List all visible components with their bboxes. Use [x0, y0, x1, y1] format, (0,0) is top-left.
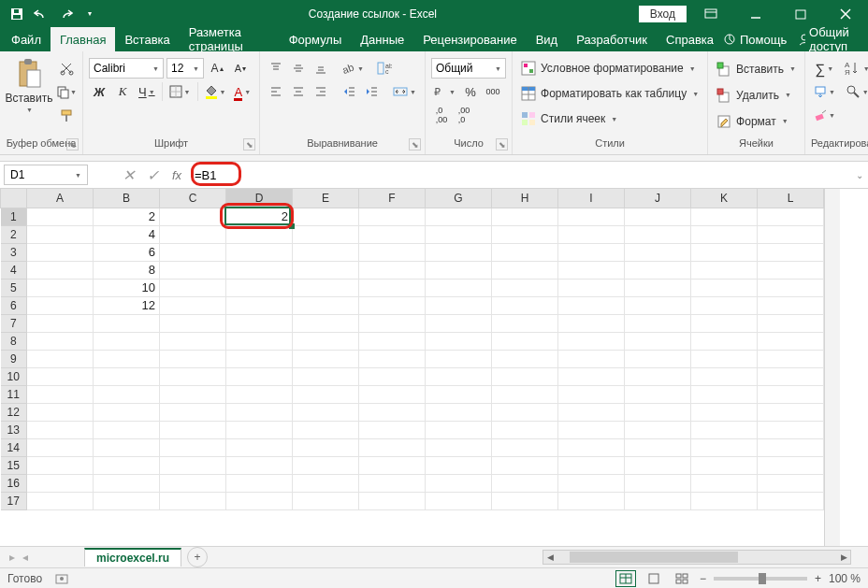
font-size-combo[interactable]: 12▼ — [166, 58, 204, 79]
bold-icon[interactable]: Ж — [89, 81, 109, 102]
select-all-corner[interactable] — [1, 189, 27, 208]
cell[interactable] — [625, 208, 691, 225]
increase-indent-icon[interactable] — [362, 81, 383, 102]
align-right-icon[interactable] — [311, 81, 331, 102]
row-header[interactable]: 4 — [1, 261, 27, 279]
cell[interactable] — [758, 243, 824, 261]
cell[interactable] — [160, 492, 226, 509]
cell[interactable] — [492, 332, 558, 350]
cell[interactable] — [27, 314, 94, 332]
cell[interactable] — [293, 350, 359, 367]
cell[interactable] — [293, 279, 359, 296]
cut-icon[interactable] — [56, 58, 77, 79]
row-header[interactable]: 11 — [1, 385, 27, 403]
cell[interactable] — [94, 314, 160, 332]
row-header[interactable]: 9 — [1, 350, 27, 367]
cell[interactable] — [226, 385, 293, 403]
column-header[interactable]: I — [558, 189, 625, 208]
cell[interactable] — [426, 438, 492, 456]
horizontal-scrollbar[interactable]: ◀▶ — [542, 550, 851, 565]
cell[interactable] — [293, 225, 359, 243]
cell[interactable] — [758, 261, 824, 279]
column-header[interactable]: H — [492, 189, 558, 208]
row-header[interactable]: 14 — [1, 438, 27, 456]
cell[interactable] — [492, 367, 558, 385]
cell[interactable] — [94, 474, 160, 492]
align-center-icon[interactable] — [288, 81, 309, 102]
merge-center-icon[interactable]: ▼ — [390, 81, 419, 102]
cell[interactable] — [691, 332, 758, 350]
autosum-icon[interactable]: ∑▼ — [811, 58, 838, 79]
cell[interactable] — [625, 314, 691, 332]
cell[interactable] — [426, 385, 492, 403]
cell[interactable] — [359, 438, 426, 456]
cell[interactable] — [160, 438, 226, 456]
cell[interactable] — [558, 421, 625, 438]
cell[interactable] — [359, 279, 426, 296]
ribbon-display-options-icon[interactable] — [690, 0, 731, 27]
cell[interactable] — [492, 403, 558, 421]
paste-button[interactable]: Вставить ▼ — [6, 54, 52, 113]
cell[interactable] — [625, 474, 691, 492]
number-dialog-launcher-icon[interactable]: ⬊ — [496, 138, 508, 151]
cell[interactable] — [293, 403, 359, 421]
cell[interactable] — [426, 456, 492, 474]
column-header[interactable]: E — [293, 189, 359, 208]
cell[interactable] — [426, 261, 492, 279]
tab-file[interactable]: Файл — [2, 27, 51, 51]
cell[interactable] — [691, 421, 758, 438]
cell[interactable] — [625, 385, 691, 403]
row-header[interactable]: 2 — [1, 225, 27, 243]
formula-input[interactable] — [189, 165, 832, 185]
cell[interactable] — [27, 279, 94, 296]
cell[interactable] — [558, 243, 625, 261]
cell[interactable] — [293, 474, 359, 492]
cell[interactable] — [691, 385, 758, 403]
cell[interactable] — [293, 385, 359, 403]
cell[interactable] — [625, 438, 691, 456]
cell[interactable] — [558, 350, 625, 367]
cell[interactable] — [625, 403, 691, 421]
column-header[interactable]: F — [359, 189, 426, 208]
format-painter-icon[interactable] — [56, 105, 77, 125]
cell[interactable] — [492, 225, 558, 243]
cell[interactable] — [558, 438, 625, 456]
sheet-tab[interactable]: microexcel.ru — [84, 548, 181, 566]
cell[interactable] — [27, 350, 94, 367]
cell[interactable]: 10 — [94, 279, 160, 296]
save-icon[interactable] — [6, 3, 28, 25]
cell[interactable] — [492, 314, 558, 332]
row-header[interactable]: 6 — [1, 296, 27, 314]
cell[interactable] — [625, 332, 691, 350]
cell[interactable] — [160, 296, 226, 314]
redo-icon[interactable] — [54, 3, 77, 25]
cell[interactable] — [492, 492, 558, 509]
cell[interactable] — [625, 296, 691, 314]
cell[interactable] — [426, 225, 492, 243]
cell[interactable] — [426, 296, 492, 314]
cell[interactable] — [160, 456, 226, 474]
align-middle-icon[interactable] — [288, 58, 309, 79]
cell[interactable] — [758, 474, 824, 492]
cell[interactable] — [492, 421, 558, 438]
row-header[interactable]: 15 — [1, 456, 27, 474]
italic-icon[interactable]: К — [112, 81, 133, 102]
cell[interactable] — [226, 474, 293, 492]
sort-filter-icon[interactable]: АЯ▼ — [842, 58, 868, 79]
cell[interactable]: 2 — [94, 208, 160, 225]
cell[interactable] — [359, 243, 426, 261]
cell[interactable] — [94, 456, 160, 474]
macro-record-icon[interactable] — [55, 572, 68, 585]
orientation-icon[interactable]: ab▼ — [340, 58, 367, 79]
cell[interactable] — [160, 243, 226, 261]
cell[interactable] — [758, 296, 824, 314]
cell[interactable] — [226, 350, 293, 367]
zoom-level-label[interactable]: 100 % — [829, 572, 861, 585]
cell[interactable] — [492, 261, 558, 279]
cell[interactable] — [293, 421, 359, 438]
delete-cells-button[interactable]: Удалить▼ — [714, 83, 799, 107]
share-button[interactable]: Общий доступ — [798, 25, 855, 53]
cell[interactable] — [94, 492, 160, 509]
cell[interactable] — [691, 350, 758, 367]
cell[interactable] — [426, 208, 492, 225]
